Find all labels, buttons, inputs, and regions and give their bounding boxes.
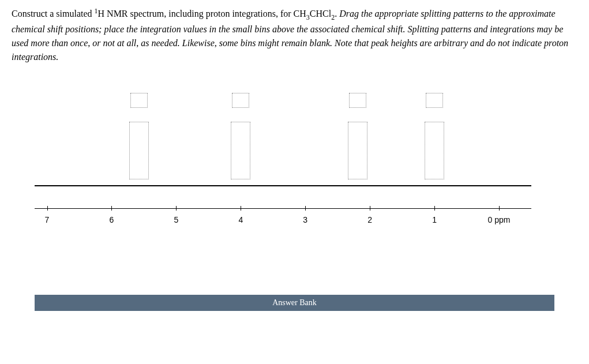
text-mid: H NMR spectrum, including proton integra… <box>98 9 306 18</box>
integration-bin-2[interactable] <box>232 93 249 108</box>
pattern-bin-3[interactable] <box>348 122 367 179</box>
axis-label-6: 6 <box>110 215 114 224</box>
axis-line <box>35 208 531 209</box>
text-prefix: Construct a simulated <box>12 9 95 18</box>
tick-6 <box>111 206 112 211</box>
integration-bin-1[interactable] <box>130 93 148 108</box>
text-mid2: CHCl <box>310 9 331 18</box>
tick-0 <box>499 206 500 211</box>
integration-bin-4[interactable] <box>426 93 443 108</box>
tick-2 <box>370 206 370 211</box>
tick-4 <box>241 206 241 211</box>
spectrum-baseline <box>35 185 531 186</box>
integration-bin-3[interactable] <box>349 93 366 108</box>
pattern-bin-2[interactable] <box>231 122 250 179</box>
axis-label-3: 3 <box>303 215 307 224</box>
axis-label-1: 1 <box>432 215 437 224</box>
tick-3 <box>305 206 306 211</box>
tick-1 <box>434 206 435 211</box>
axis-label-0: 0 ppm <box>488 215 511 224</box>
tick-5 <box>176 206 177 211</box>
pattern-bin-4[interactable] <box>425 122 444 179</box>
tick-7 <box>47 206 48 211</box>
answer-bank-header[interactable]: Answer Bank <box>35 295 554 311</box>
axis-label-4: 4 <box>238 215 243 224</box>
spectrum-area: 7 6 5 4 3 2 1 0 ppm <box>23 81 566 283</box>
axis-label-7: 7 <box>45 215 50 224</box>
text-suffix: . <box>335 9 339 18</box>
instructions-text: Construct a simulated 1H NMR spectrum, i… <box>12 6 577 64</box>
axis-label-5: 5 <box>174 215 178 224</box>
pattern-bin-1[interactable] <box>129 122 149 179</box>
axis-label-2: 2 <box>367 215 372 224</box>
